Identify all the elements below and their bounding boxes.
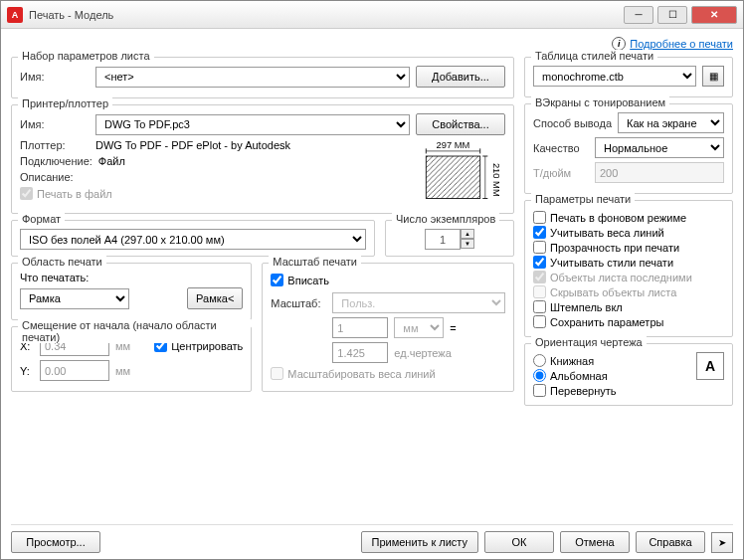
what-to-plot-select[interactable]: Рамка [20, 288, 129, 309]
paper-size-select[interactable]: ISO без полей A4 (297.00 x 210.00 мм) [20, 229, 366, 250]
scale-title: Масштаб печати [269, 256, 361, 268]
upside-down-label: Перевернуть [550, 385, 617, 397]
offset-title: Смещение от начала (начало области печат… [18, 319, 251, 343]
info-icon: i [612, 37, 626, 51]
background-plot-label: Печать в фоновом режиме [550, 212, 686, 224]
paperspace-last-label: Объекты листа последними [550, 272, 692, 283]
preview-width-text: 297 MM [437, 140, 470, 150]
lineweights-label: Учитывать веса линий [550, 227, 664, 239]
svg-rect-4 [426, 156, 479, 199]
upside-down-checkbox[interactable] [533, 384, 546, 397]
dpi-label: Т/дюйм [533, 167, 589, 179]
plot-options-title: Параметры печати [531, 193, 635, 205]
hide-paperspace-label: Скрывать объекты листа [550, 286, 676, 298]
equals-sign: = [450, 322, 456, 334]
printer-name-select[interactable]: DWG To PDF.pc3 [95, 114, 410, 135]
scale-numerator-input [332, 317, 388, 338]
plot-style-title: Таблица стилей печати [531, 50, 657, 62]
page-setup-group: Набор параметров листа Имя: <нет> Добави… [11, 57, 514, 98]
preview-button[interactable]: Просмотр... [11, 531, 100, 553]
paper-size-title: Формат [18, 213, 65, 225]
what-to-plot-label: Что печатать: [20, 272, 243, 283]
connection-value: Файл [98, 155, 125, 167]
connection-label: Подключение: [20, 155, 93, 167]
drawing-unit-label: ед.чертежа [394, 347, 451, 359]
paperspace-last-checkbox [533, 271, 546, 283]
offset-group: Смещение от начала (начало области печат… [11, 326, 252, 392]
orientation-group: Ориентация чертежа Книжная Альбомная Пер… [524, 343, 733, 406]
plot-styles-checkbox[interactable] [533, 256, 546, 269]
titlebar: A Печать - Модель ─ ☐ ✕ [1, 1, 743, 29]
scale-lineweights-label: Масштабировать веса линий [287, 368, 435, 380]
description-label: Описание: [20, 171, 90, 183]
printer-name-label: Имя: [20, 118, 90, 130]
add-page-setup-button[interactable]: Добавить... [416, 66, 505, 88]
shade-method-label: Способ вывода [533, 117, 612, 129]
plot-area-title: Область печати [18, 256, 106, 268]
copies-group: Число экземпляров ▲▼ [385, 220, 514, 257]
plot-style-edit-button[interactable]: ▦ [702, 66, 724, 87]
minimize-button[interactable]: ─ [624, 6, 653, 24]
hide-paperspace-checkbox [533, 285, 546, 298]
copies-down[interactable]: ▼ [461, 239, 474, 249]
scale-group: Масштаб печати Вписать Масштаб: Польз. м… [262, 263, 514, 392]
help-button[interactable]: Справка [636, 531, 705, 553]
page-setup-title: Набор параметров листа [18, 50, 154, 62]
scale-lineweights-checkbox [271, 367, 283, 380]
plot-styles-label: Учитывать стили печати [550, 257, 673, 269]
print-to-file-label: Печать в файл [37, 188, 112, 200]
quality-select[interactable]: Нормальное [595, 137, 724, 158]
learn-more-link[interactable]: Подробнее о печати [630, 38, 733, 50]
shaded-viewport-group: ВЭкраны с тонированием Способ выводаКак … [524, 103, 733, 194]
plot-options-group: Параметры печати Печать в фоновом режиме… [524, 200, 733, 337]
plot-style-group: Таблица стилей печати monochrome.ctb ▦ [524, 57, 733, 97]
dpi-input [595, 162, 724, 183]
save-changes-label: Сохранить параметры [550, 316, 663, 328]
scale-label: Масштаб: [271, 297, 326, 309]
paper-size-group: Формат ISO без полей A4 (297.00 x 210.00… [11, 220, 375, 257]
transparency-label: Прозрачность при печати [550, 242, 679, 254]
plotter-value: DWG To PDF - PDF ePlot - by Autodesk [95, 139, 290, 151]
y-unit: мм [115, 365, 130, 377]
plot-stamp-checkbox[interactable] [533, 300, 546, 313]
shade-method-select[interactable]: Как на экране [618, 112, 724, 133]
ok-button[interactable]: ОК [484, 531, 554, 553]
copies-up[interactable]: ▲ [461, 229, 474, 239]
fit-to-paper-checkbox[interactable] [271, 274, 283, 286]
page-setup-name-select[interactable]: <нет> [95, 67, 410, 88]
fit-label: Вписать [287, 275, 329, 286]
apply-to-layout-button[interactable]: Применить к листу [361, 531, 479, 553]
landscape-radio[interactable] [533, 369, 546, 382]
background-plot-checkbox[interactable] [533, 211, 546, 224]
window-title: Печать - Модель [29, 9, 624, 21]
close-button[interactable]: ✕ [691, 6, 737, 24]
scale-unit-select: мм [394, 317, 444, 338]
orientation-icon: A [696, 352, 724, 380]
quality-label: Качество [533, 142, 589, 154]
scale-select: Польз. [332, 292, 505, 313]
printer-properties-button[interactable]: Свойства... [416, 113, 505, 135]
window-select-button[interactable]: Рамка< [187, 287, 243, 309]
print-to-file-checkbox [20, 187, 33, 200]
transparency-checkbox[interactable] [533, 241, 546, 254]
portrait-radio[interactable] [533, 354, 546, 367]
printer-title: Принтер/плоттер [18, 97, 112, 109]
cancel-button[interactable]: Отмена [560, 531, 630, 553]
lineweights-checkbox[interactable] [533, 226, 546, 239]
preview-height-text: 210 MM [491, 163, 501, 197]
expand-button[interactable]: ➤ [711, 532, 733, 553]
page-setup-name-label: Имя: [20, 71, 90, 83]
save-changes-checkbox[interactable] [533, 315, 546, 328]
plot-area-group: Область печати Что печатать: Рамка Рамка… [11, 263, 252, 320]
y-label: Y: [20, 365, 34, 377]
printer-group: Принтер/плоттер Имя: DWG To PDF.pc3 Свой… [11, 104, 514, 214]
plot-style-select[interactable]: monochrome.ctb [533, 66, 696, 87]
maximize-button[interactable]: ☐ [657, 6, 687, 24]
app-icon: A [7, 7, 23, 23]
y-offset-input [40, 360, 109, 381]
plot-stamp-label: Штемпель вкл [550, 301, 623, 313]
landscape-label: Альбомная [550, 370, 608, 382]
scale-denominator-input [332, 342, 388, 363]
portrait-label: Книжная [550, 355, 594, 367]
orientation-title: Ориентация чертежа [531, 336, 647, 348]
